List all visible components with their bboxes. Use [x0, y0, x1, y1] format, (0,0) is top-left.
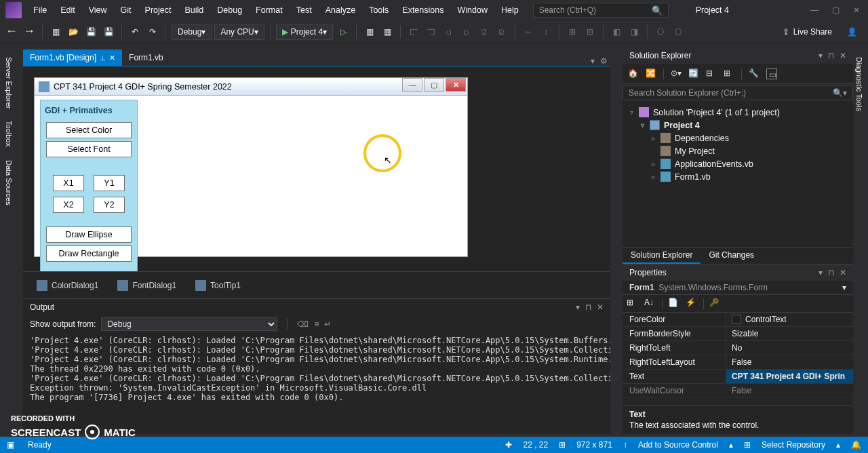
pending-changes-icon[interactable]: ⊙▾	[671, 68, 682, 79]
menu-test[interactable]: Test	[290, 2, 318, 18]
maximize-icon[interactable]: ▢	[832, 5, 840, 15]
minimize-icon[interactable]: —	[810, 5, 818, 15]
save-all-icon[interactable]: 💾	[101, 24, 116, 39]
prop-row[interactable]: RightToLeftNo	[623, 341, 853, 355]
props-page-icon[interactable]: 📄	[668, 298, 680, 310]
properties-grid[interactable]: ForeColorControlText FormBorderStyleSiza…	[623, 313, 853, 405]
tree-appevents[interactable]: ▹ ApplicationEvents.vb	[628, 157, 848, 170]
props-dropdown-icon[interactable]: ▾	[818, 268, 823, 277]
tab-overflow-icon[interactable]: ▾	[591, 56, 595, 66]
y2-button[interactable]: Y2	[94, 197, 125, 213]
prop-row-text[interactable]: TextCPT 341 Project 4 GDI+ Sprin	[623, 370, 853, 384]
menu-extensions[interactable]: Extensions	[396, 2, 450, 18]
toolbox-tab[interactable]: Toolbox	[3, 117, 15, 151]
events-icon[interactable]: ⚡	[686, 298, 698, 310]
open-file-icon[interactable]: 📂	[66, 24, 81, 39]
output-close-icon[interactable]: ✕	[597, 302, 604, 312]
nav-back-icon[interactable]: ⭠	[4, 24, 19, 39]
nav-forward-icon[interactable]: ⭢	[22, 24, 37, 39]
prop-row[interactable]: UseWaitCursorFalse	[623, 384, 853, 398]
start-no-debug-icon[interactable]: ▷	[336, 24, 351, 39]
collapse-icon[interactable]: ⊟	[706, 68, 717, 79]
form-body[interactable]: GDI + Primatives Select Color Select Fon…	[35, 96, 467, 256]
tree-form1[interactable]: ▹ Form1.vb	[628, 170, 848, 183]
sln-search-input[interactable]: Search Solution Explorer (Ctrl+;) 🔍▾	[623, 85, 853, 100]
menu-edit[interactable]: Edit	[54, 2, 81, 18]
align-top-icon[interactable]: ⫐	[459, 24, 474, 39]
prop-row[interactable]: ForeColorControlText	[623, 313, 853, 327]
hspace-icon[interactable]: ↔	[521, 24, 536, 39]
select-color-button[interactable]: Select Color	[46, 122, 132, 138]
tooltip-component[interactable]: ToolTip1	[195, 280, 241, 291]
chevron-right-icon[interactable]: ▹	[650, 134, 656, 142]
form-title-bar[interactable]: CPT 341 Project 4 GDI+ Spring Semester 2…	[35, 78, 467, 96]
search-input[interactable]: Search (Ctrl+Q) 🔍	[533, 3, 669, 18]
menu-view[interactable]: View	[83, 2, 113, 18]
gear-icon[interactable]: ⚙	[600, 56, 608, 66]
menu-help[interactable]: Help	[495, 2, 525, 18]
show-all-icon[interactable]: ⊞	[724, 68, 734, 79]
menu-build[interactable]: Build	[178, 2, 210, 18]
pin-icon[interactable]: ⟂	[100, 53, 105, 62]
props-pin-icon[interactable]: ⊓	[828, 268, 834, 277]
toolstrip-icon-2[interactable]: ◨	[627, 24, 642, 39]
props-close-icon[interactable]: ✕	[840, 268, 846, 277]
x1-button[interactable]: X1	[53, 175, 84, 191]
tree-dependencies[interactable]: ▹ Dependencies	[628, 132, 848, 144]
output-source-dropdown[interactable]: Debug	[101, 317, 277, 331]
property-pages-icon[interactable]: 🔑	[709, 298, 722, 310]
designer-form[interactable]: CPT 341 Project 4 GDI+ Spring Semester 2…	[34, 77, 468, 257]
live-share-button[interactable]: ⇪ Live Share 👤	[783, 27, 864, 37]
preview-icon[interactable]: ▭	[766, 68, 777, 79]
new-project-icon[interactable]: ▦	[48, 24, 63, 39]
menu-window[interactable]: Window	[451, 2, 493, 18]
vspace-icon[interactable]: ↕	[538, 24, 553, 39]
draw-ellipse-button[interactable]: Draw Ellipse	[46, 226, 132, 243]
menu-file[interactable]: File	[27, 2, 53, 18]
bell-icon[interactable]: 🔔	[851, 440, 861, 450]
y1-button[interactable]: Y1	[94, 175, 125, 191]
colordialog-component[interactable]: ColorDialog1	[37, 280, 98, 291]
toolstrip-icon-1[interactable]: ◧	[609, 24, 624, 39]
close-icon[interactable]: ✕	[853, 5, 860, 15]
designer-surface[interactable]: CPT 341 Project 4 GDI+ Spring Semester 2…	[23, 66, 610, 271]
tree-solution-root[interactable]: ▿ Solution 'Project 4' (1 of 1 project)	[628, 106, 848, 119]
tree-project[interactable]: ▿ Project 4	[628, 119, 848, 132]
data-sources-tab[interactable]: Data Sources	[3, 156, 15, 210]
x2-button[interactable]: X2	[53, 197, 84, 213]
form-max-icon[interactable]: ▢	[424, 78, 444, 92]
chevron-right-icon[interactable]: ▹	[650, 173, 656, 180]
select-repo-button[interactable]: Select Repository	[762, 440, 825, 450]
toolstrip-icon-4[interactable]: ⎔	[671, 24, 686, 39]
prop-row[interactable]: FormBorderStyleSizable	[623, 327, 853, 341]
align-right-icon[interactable]: ⫏	[441, 24, 456, 39]
sln-dropdown-icon[interactable]: ▾	[818, 51, 823, 60]
tab-close-icon[interactable]: ✕	[109, 54, 115, 62]
source-control-icon[interactable]: ↑	[623, 440, 627, 450]
properties-icon[interactable]: 🔧	[749, 68, 760, 79]
output-clear-icon[interactable]: ⌫	[297, 319, 309, 329]
menu-git[interactable]: Git	[115, 2, 138, 18]
menu-analyze[interactable]: Analyze	[319, 2, 361, 18]
output-pin-icon[interactable]: ⊓	[585, 302, 591, 312]
ct-vert-icon[interactable]: ⊟	[583, 24, 597, 39]
undo-icon[interactable]: ↶	[127, 24, 142, 39]
align-center-icon[interactable]: ⫎	[424, 24, 439, 39]
layout-icon-2[interactable]: ▦	[380, 24, 395, 39]
tab-solution-explorer[interactable]: Solution Explorer	[623, 248, 701, 264]
draw-rectangle-button[interactable]: Draw Rectangle	[46, 245, 132, 262]
add-source-control-button[interactable]: Add to Source Control	[638, 440, 718, 450]
toolstrip-icon-3[interactable]: ⎔	[653, 24, 668, 39]
user-icon[interactable]: 👤	[847, 27, 857, 37]
properties-object-selector[interactable]: Form1 System.Windows.Forms.Form ▾	[623, 281, 853, 295]
alphabetize-icon[interactable]: A↓	[644, 298, 656, 310]
tab-form1-design[interactable]: Form1.vb [Design] ⟂ ✕	[23, 50, 122, 66]
align-bottom-icon[interactable]: ⫒	[494, 24, 509, 39]
fontdialog-component[interactable]: FontDialog1	[117, 280, 176, 291]
output-body[interactable]: 'Project 4.exe' (CoreCLR: clrhost): Load…	[23, 333, 610, 434]
chevron-right-icon[interactable]: ▹	[650, 160, 656, 168]
menu-tools[interactable]: Tools	[363, 2, 395, 18]
platform-dropdown[interactable]: Any CPU ▾	[214, 24, 264, 40]
redo-icon[interactable]: ↷	[145, 24, 160, 39]
chevron-down-icon[interactable]: ▿	[639, 121, 646, 129]
